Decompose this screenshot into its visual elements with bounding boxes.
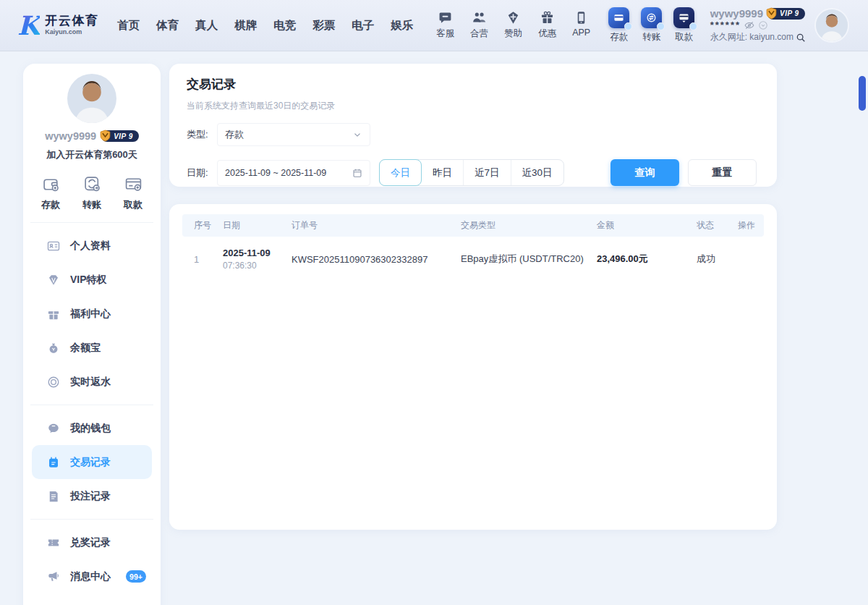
- tool-label: 客服: [436, 28, 454, 40]
- col-header-type: 交易类型: [461, 219, 597, 232]
- sidebar-item-welfare[interactable]: 福利中心: [32, 297, 152, 331]
- withdraw-shortcut[interactable]: 取款: [673, 7, 696, 43]
- date-label: 日期:: [187, 166, 217, 179]
- quick-action-label: 存款: [41, 198, 60, 211]
- vip-level-label: VIP 9: [780, 9, 799, 17]
- sidebar-item-rebate[interactable]: 实时返水: [32, 365, 152, 399]
- vip-shield-icon: [99, 130, 111, 142]
- transfer-shortcut[interactable]: 转账: [640, 7, 663, 43]
- logo-name-cn: 开云体育: [45, 14, 98, 28]
- nav-item-lottery[interactable]: 彩票: [312, 18, 335, 33]
- tool-label: 赞助: [504, 28, 522, 40]
- deposit-button[interactable]: 存款: [41, 175, 60, 211]
- deposit-icon: [42, 175, 60, 193]
- sidebar-item-vip[interactable]: VIP特权: [32, 263, 152, 297]
- range-yesterday-button[interactable]: 昨日: [422, 160, 463, 185]
- withdraw-button[interactable]: 取款: [124, 175, 142, 211]
- eye-off-icon[interactable]: [744, 20, 754, 30]
- tool-label: 取款: [675, 31, 693, 43]
- cell-amount: 23,496.00元: [597, 253, 697, 266]
- deposit-shortcut[interactable]: 存款: [608, 7, 631, 43]
- customer-service-button[interactable]: 客服: [434, 11, 457, 40]
- col-header-order: 订单号: [292, 219, 461, 232]
- sidebar-item-label: 投注记录: [70, 490, 111, 503]
- cell-date-value: 2025-11-09: [223, 248, 292, 258]
- nav-item-home[interactable]: 首页: [117, 18, 140, 33]
- calendar-icon: [352, 168, 362, 178]
- vip-icon: [47, 274, 60, 287]
- sidebar-item-wallet[interactable]: 我的钱包: [32, 411, 152, 445]
- sidebar-menu-group-3: 兑奖记录 消息中心 99+: [23, 520, 161, 599]
- reset-button[interactable]: 重置: [688, 159, 757, 186]
- permanent-url: 永久网址: kaiyun.com: [710, 31, 793, 43]
- partnership-button[interactable]: 合营: [468, 11, 491, 40]
- nav-item-slots[interactable]: 电子: [352, 18, 374, 33]
- vip-badge: VIP 9: [767, 8, 805, 20]
- mobile-app-button[interactable]: APP: [570, 11, 593, 40]
- col-header-seq: 序号: [194, 219, 223, 232]
- nav-item-entertainment[interactable]: 娱乐: [391, 18, 413, 33]
- logo-k-icon: K: [17, 11, 40, 40]
- sidebar-avatar[interactable]: [67, 74, 116, 123]
- partnership-icon: [472, 11, 486, 25]
- sidebar-item-label: 交易记录: [70, 456, 111, 469]
- page-title: 交易记录: [187, 76, 757, 93]
- deposit-icon: [608, 7, 629, 28]
- cell-type: EBpay虚拟币 (USDT/TRC20): [461, 253, 597, 266]
- date-range-input[interactable]: 2025-11-09 ~ 2025-11-09: [217, 160, 370, 186]
- cell-time-value: 07:36:30: [223, 261, 292, 271]
- username[interactable]: wywy9999: [710, 7, 763, 20]
- top-navbar: K 开云体育 Kaiyun.com 首页 体育 真人 棋牌 电竞 彩票 电子 娱…: [0, 0, 868, 51]
- sidebar-item-label: 福利中心: [70, 308, 111, 321]
- sidebar-item-yuebao[interactable]: 余额宝: [32, 331, 152, 365]
- chevron-down-icon: [352, 130, 362, 140]
- sidebar-item-profile[interactable]: 个人资料: [32, 229, 152, 263]
- main-nav: 首页 体育 真人 棋牌 电竞 彩票 电子 娱乐: [117, 18, 413, 33]
- user-avatar[interactable]: [814, 8, 849, 43]
- sponsor-button[interactable]: 赞助: [502, 11, 525, 40]
- quick-action-label: 转账: [82, 198, 101, 211]
- sidebar-item-prizes[interactable]: 兑奖记录: [32, 525, 152, 559]
- sidebar-item-messages[interactable]: 消息中心 99+: [32, 559, 152, 593]
- tool-label: 存款: [610, 31, 628, 43]
- nav-item-live[interactable]: 真人: [195, 18, 218, 33]
- scrollbar-thumb[interactable]: [859, 76, 866, 111]
- type-select-value: 存款: [225, 128, 352, 141]
- sponsor-icon: [506, 11, 520, 25]
- query-button[interactable]: 查询: [610, 159, 679, 186]
- search-icon[interactable]: [796, 33, 806, 43]
- sidebar-item-label: 余额宝: [70, 342, 101, 355]
- navbar-wallet-shortcuts: 存款 转账 取款: [608, 7, 696, 43]
- nav-item-esports[interactable]: 电竞: [273, 18, 296, 33]
- nav-item-sports[interactable]: 体育: [156, 18, 179, 33]
- quick-action-label: 取款: [124, 198, 142, 211]
- wallet-icon: [47, 422, 60, 435]
- promotions-icon: [540, 11, 554, 25]
- yuebao-icon: [47, 342, 60, 355]
- site-logo[interactable]: K 开云体育 Kaiyun.com: [17, 11, 98, 40]
- range-today-button[interactable]: 今日: [379, 159, 422, 186]
- prizes-icon: [47, 536, 60, 549]
- mobile-app-icon: [574, 11, 588, 25]
- range-30days-button[interactable]: 近30日: [511, 160, 563, 185]
- customer-service-icon: [438, 11, 452, 25]
- type-select[interactable]: 存款: [217, 123, 370, 146]
- sidebar-item-transactions[interactable]: 交易记录: [32, 445, 152, 479]
- transactions-icon: [47, 456, 60, 469]
- chevron-circle-icon[interactable]: [758, 20, 768, 30]
- col-header-action: 操作: [738, 219, 764, 232]
- navbar-tools: 客服 合营 赞助 优惠 APP: [434, 11, 593, 40]
- col-header-date: 日期: [223, 219, 292, 232]
- withdraw-icon: [124, 175, 142, 193]
- range-7days-button[interactable]: 近7日: [463, 160, 511, 185]
- promotions-button[interactable]: 优惠: [536, 11, 559, 40]
- sidebar-item-bets[interactable]: 投注记录: [32, 479, 152, 513]
- col-header-amount: 金额: [597, 219, 697, 232]
- sidebar-username: wywy9999: [45, 130, 96, 142]
- masked-balance: ******: [710, 21, 741, 30]
- sidebar-vip-badge: VIP 9: [101, 130, 139, 142]
- transfer-icon: [83, 175, 101, 193]
- cell-status: 成功: [697, 253, 738, 266]
- transfer-button[interactable]: 转账: [82, 175, 101, 211]
- nav-item-chess[interactable]: 棋牌: [234, 18, 257, 33]
